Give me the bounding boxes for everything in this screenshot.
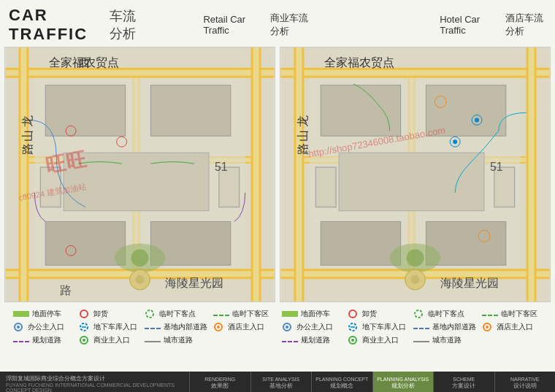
svg-rect-44 bbox=[529, 47, 535, 301]
legend-city-road: 城市道路 bbox=[145, 334, 207, 346]
svg-point-24 bbox=[136, 275, 145, 284]
footer-sections: RENDERING 效果图 SITE ANALYSIS 基地分析 PLANNIN… bbox=[190, 372, 555, 392]
legend-retail-entry-r: 商业主入口 bbox=[348, 334, 407, 346]
legend-container: 地面停车 卸货 临时下客点 临时下客区 bbox=[0, 302, 555, 372]
svg-text:海陵星光园: 海陵星光园 bbox=[165, 277, 223, 289]
legend-unload: 卸货 bbox=[79, 308, 139, 320]
svg-rect-52 bbox=[339, 153, 484, 211]
footer-section-rendering: RENDERING 效果图 bbox=[190, 372, 251, 392]
title-english: CAR TRAFFIC bbox=[9, 6, 98, 44]
legend-office-entry-r: 办公主入口 bbox=[282, 321, 342, 333]
svg-point-84 bbox=[415, 310, 422, 318]
svg-rect-14 bbox=[45, 85, 125, 137]
footer-section-planning-concept: PLANNING CONCEPT 规划概念 bbox=[312, 372, 373, 392]
svg-rect-50 bbox=[321, 85, 400, 137]
svg-point-60 bbox=[411, 275, 420, 284]
maps-container: 51 全家福农贸点 龙 山 路 西 海陵星光园 路 旺旺 cff0924 建筑加… bbox=[0, 47, 555, 302]
svg-text:全家福农贸点: 全家福农贸点 bbox=[324, 56, 394, 69]
svg-point-22 bbox=[131, 249, 149, 266]
legend-placeholder-r bbox=[482, 334, 542, 346]
svg-point-62 bbox=[475, 118, 479, 122]
svg-text:海陵星光园: 海陵星光园 bbox=[440, 277, 499, 289]
legend-underground-entry-r: 地下车库入口 bbox=[348, 321, 407, 333]
svg-rect-54 bbox=[494, 167, 515, 207]
svg-rect-8 bbox=[253, 47, 259, 301]
legend-underground-entry: 地下车库入口 bbox=[79, 321, 139, 333]
left-map: 51 全家福农贸点 龙 山 路 西 海陵星光园 路 旺旺 cff0924 建筑加… bbox=[4, 47, 275, 302]
left-map-label-cn: 商业车流分析 bbox=[270, 12, 311, 38]
legend-planned-road-r: 规划道路 bbox=[282, 334, 342, 346]
svg-point-90 bbox=[486, 326, 489, 328]
legend-dropoff-temp: 临时下客点 bbox=[145, 308, 207, 320]
legend-parking: 地面停车 bbox=[13, 308, 73, 320]
svg-text:龙: 龙 bbox=[21, 115, 34, 127]
left-legend: 地面停车 卸货 临时下客点 临时下客区 bbox=[9, 305, 278, 369]
svg-text:山: 山 bbox=[296, 130, 309, 142]
footer-section-scheme: SCHEME 方案设计 bbox=[434, 372, 495, 392]
right-legend: 地面停车 卸货 临时下客点 临时下客区 bbox=[278, 305, 546, 369]
legend-city-road-r: 城市道路 bbox=[413, 334, 476, 346]
svg-rect-17 bbox=[40, 167, 61, 207]
svg-rect-38 bbox=[281, 70, 550, 76]
legend-office-entry: 办公主入口 bbox=[13, 321, 73, 333]
legend-planned-road: 规划道路 bbox=[13, 334, 73, 346]
svg-point-76 bbox=[17, 326, 20, 328]
footer-section-site-analysis: SITE ANALYSIS 基地分析 bbox=[251, 372, 313, 392]
svg-text:路: 路 bbox=[21, 143, 34, 155]
footer-section-planning-analysis: PLANNING ANALYSIS 规划分析 bbox=[373, 372, 435, 392]
left-map-label-en: Retail Car Traffic bbox=[203, 14, 254, 36]
footer-project-en: FUYANG FUCHENG INTERNATIONAL COMMERCIAL … bbox=[6, 383, 183, 393]
svg-point-92 bbox=[351, 339, 354, 342]
svg-point-64 bbox=[453, 139, 457, 144]
svg-rect-2 bbox=[6, 70, 275, 76]
svg-rect-42 bbox=[296, 47, 302, 301]
footer-project: 浮阳复城国际商业综合分概念方案设计 FUYANG FUCHENG INTERNA… bbox=[0, 372, 190, 392]
svg-rect-51 bbox=[426, 85, 505, 137]
svg-rect-18 bbox=[219, 167, 240, 207]
svg-rect-16 bbox=[64, 153, 209, 211]
svg-rect-6 bbox=[20, 47, 26, 301]
svg-text:龙: 龙 bbox=[296, 115, 309, 127]
svg-point-73 bbox=[80, 310, 88, 318]
svg-text:山: 山 bbox=[21, 130, 34, 142]
title-chinese: 车流分析 bbox=[110, 7, 148, 42]
footer-bar: 浮阳复城国际商业综合分概念方案设计 FUYANG FUCHENG INTERNA… bbox=[0, 372, 555, 392]
svg-point-74 bbox=[146, 310, 153, 318]
legend-retail-entry: 商业主入口 bbox=[79, 334, 139, 346]
legend-dropoff-zone-r: 临时下客区 bbox=[482, 308, 542, 320]
legend-hotel-entry: 酒店主入口 bbox=[213, 321, 273, 333]
legend-placeholder bbox=[213, 334, 273, 346]
svg-point-80 bbox=[217, 326, 220, 328]
right-map: 51 全家福农贸点 龙 山 路 海陵星光园 http://shop7234600… bbox=[280, 47, 551, 302]
svg-rect-19 bbox=[45, 222, 125, 266]
svg-rect-55 bbox=[321, 222, 400, 266]
svg-rect-53 bbox=[315, 167, 336, 207]
svg-point-86 bbox=[286, 326, 288, 328]
legend-dropoff-temp-r: 临时下客点 bbox=[413, 308, 476, 320]
svg-text:路: 路 bbox=[60, 284, 72, 296]
svg-point-83 bbox=[349, 310, 356, 318]
legend-hotel-entry-r: 酒店主入口 bbox=[482, 321, 542, 333]
footer-section-narrative: NARRATIVE 设计说明 bbox=[495, 372, 556, 392]
svg-point-58 bbox=[407, 249, 424, 266]
page-header: CAR TRAFFIC 车流分析 Retail Car Traffic 商业车流… bbox=[0, 0, 555, 47]
right-map-label-cn: 酒店车流分析 bbox=[505, 12, 546, 38]
footer-project-cn: 浮阳复城国际商业综合分概念方案设计 bbox=[6, 374, 183, 383]
legend-parking-r: 地面停车 bbox=[282, 308, 342, 320]
svg-point-82 bbox=[83, 339, 85, 342]
right-map-label-en: Hotel Car Traffic bbox=[440, 14, 489, 36]
legend-internal-road: 基地内部道路 bbox=[145, 321, 207, 333]
legend-internal-road-r: 基地内部道路 bbox=[413, 321, 476, 333]
svg-text:51: 51 bbox=[490, 161, 503, 173]
svg-text:西: 西 bbox=[78, 56, 90, 69]
svg-rect-15 bbox=[150, 85, 230, 137]
legend-unload-r: 卸货 bbox=[348, 308, 407, 320]
svg-text:路: 路 bbox=[296, 143, 309, 155]
svg-text:51: 51 bbox=[215, 161, 228, 173]
legend-dropoff-zone: 临时下客区 bbox=[213, 308, 273, 320]
